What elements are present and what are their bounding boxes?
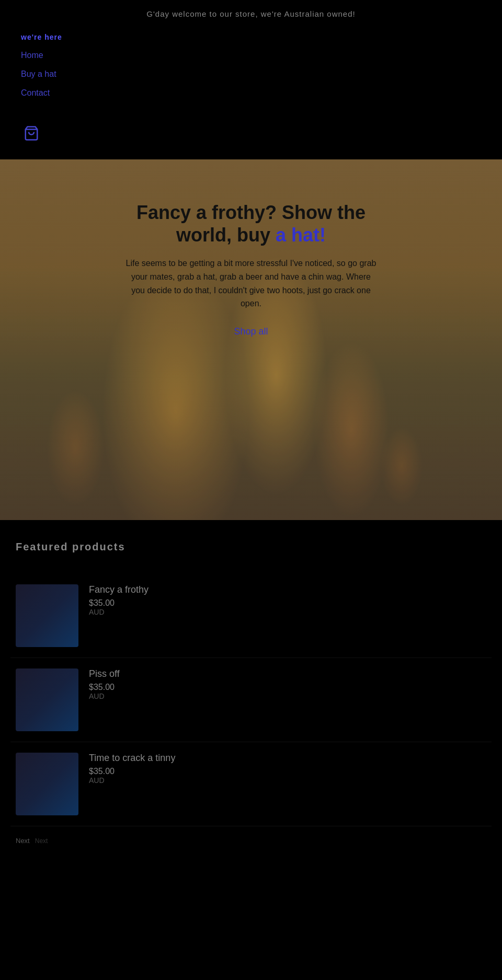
product-info-1: Fancy a frothy $35.00 AUD [89, 584, 486, 616]
product-image-2 [16, 668, 78, 731]
nav-item-buy-hat: Buy a hat [21, 65, 481, 83]
product-currency-1: AUD [89, 608, 486, 616]
product-price-3: $35.00 [89, 767, 486, 776]
nav-link-home[interactable]: Home [21, 47, 481, 64]
cart-area [0, 112, 502, 159]
nav-link-buy-hat[interactable]: Buy a hat [21, 65, 481, 83]
announcement-text: G'day welcome to our store, we're Austra… [146, 9, 355, 18]
hero-section: Fancy a frothy? Show the world, buy a ha… [0, 159, 502, 520]
hero-title-part1: Fancy a frothy? Show the world, buy [136, 202, 366, 246]
products-section-title: Featured products [10, 541, 492, 553]
product-currency-3: AUD [89, 776, 486, 785]
product-name-3: Time to crack a tinny [89, 753, 486, 764]
nav-links: Home Buy a hat Contact [21, 47, 481, 102]
more-sub[interactable]: Next [35, 837, 48, 845]
products-section: Featured products Fancy a frothy $35.00 … [0, 520, 502, 876]
product-info-2: Piss off $35.00 AUD [89, 668, 486, 700]
product-image-1 [16, 584, 78, 647]
product-price-1: $35.00 [89, 598, 486, 608]
nav-link-contact[interactable]: Contact [21, 84, 481, 102]
product-currency-2: AUD [89, 692, 486, 700]
hero-title: Fancy a frothy? Show the world, buy a ha… [126, 201, 376, 246]
nav-item-contact: Contact [21, 84, 481, 102]
product-list: Fancy a frothy $35.00 AUD Piss off $35.0… [10, 574, 492, 855]
product-name-2: Piss off [89, 668, 486, 679]
more-label[interactable]: Next [16, 837, 30, 845]
product-item-2[interactable]: Piss off $35.00 AUD [10, 658, 492, 742]
product-image-3 [16, 753, 78, 815]
more-area: Next Next [10, 826, 492, 855]
product-price-2: $35.00 [89, 683, 486, 692]
nav-item-home: Home [21, 47, 481, 64]
product-info-3: Time to crack a tinny $35.00 AUD [89, 753, 486, 785]
shop-all-link[interactable]: Shop all [234, 326, 268, 337]
shopping-bag-icon [24, 125, 39, 141]
product-item-1[interactable]: Fancy a frothy $35.00 AUD [10, 574, 492, 658]
announcement-bar: G'day welcome to our store, we're Austra… [0, 0, 502, 28]
hero-title-accent: a hat! [276, 224, 326, 246]
hero-body-text: Life seems to be getting a bit more stre… [126, 257, 376, 310]
nav-logo[interactable]: we're here [21, 33, 481, 41]
product-item-3[interactable]: Time to crack a tinny $35.00 AUD [10, 742, 492, 826]
hero-content: Fancy a frothy? Show the world, buy a ha… [63, 159, 439, 358]
product-name-1: Fancy a frothy [89, 584, 486, 595]
navigation: we're here Home Buy a hat Contact [0, 28, 502, 112]
cart-button[interactable] [21, 123, 42, 144]
